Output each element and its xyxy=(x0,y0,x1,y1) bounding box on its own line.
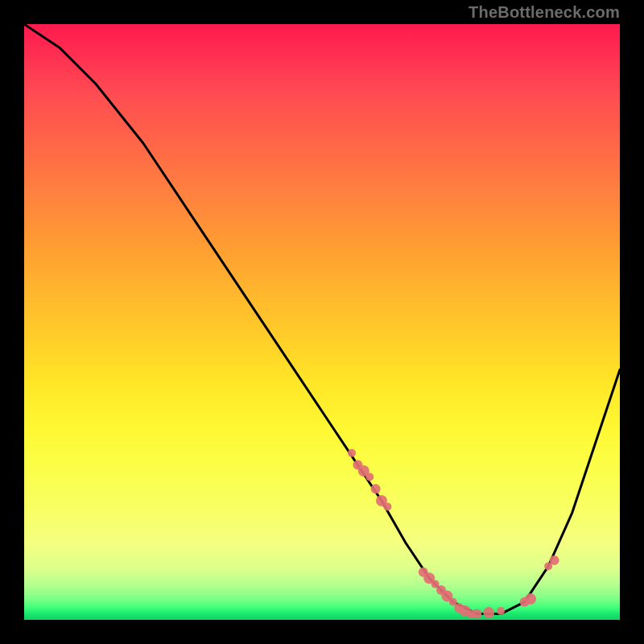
scatter-point xyxy=(550,555,559,565)
watermark-text: TheBottleneck.com xyxy=(469,3,620,22)
scatter-point xyxy=(365,473,374,481)
scatter-point xyxy=(525,593,536,605)
scatter-point xyxy=(383,502,391,510)
scatter-point xyxy=(371,484,381,493)
scatter-points-group xyxy=(348,449,559,619)
bottleneck-curve-line xyxy=(24,24,620,614)
scatter-point xyxy=(348,449,356,457)
scatter-point xyxy=(497,607,505,615)
gradient-plot-area xyxy=(24,24,620,620)
chart-frame: TheBottleneck.com xyxy=(0,0,644,644)
scatter-point xyxy=(472,609,481,619)
chart-svg xyxy=(24,24,620,620)
scatter-point xyxy=(483,607,494,618)
